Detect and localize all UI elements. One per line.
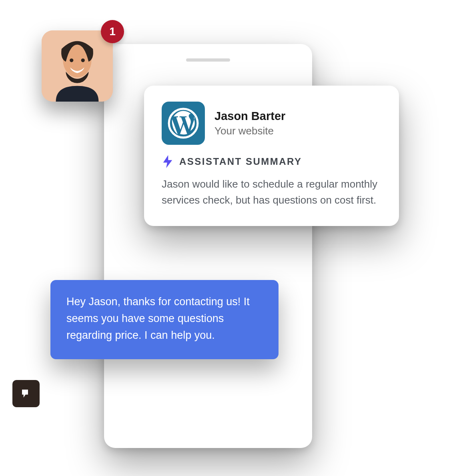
contact-name: Jason Barter: [214, 109, 285, 123]
avatar-image: [42, 30, 113, 102]
bolt-icon: [162, 154, 174, 169]
summary-text: Jason would like to schedule a regular m…: [162, 176, 381, 208]
assistant-summary-card[interactable]: Jason Barter Your website ASSISTANT SUMM…: [144, 86, 399, 226]
badge-count: 1: [109, 25, 116, 38]
svg-point-2: [70, 58, 73, 62]
svg-point-3: [81, 58, 85, 62]
summary-header: Jason Barter Your website: [162, 102, 381, 145]
brand-chip[interactable]: [12, 380, 40, 407]
contact-avatar[interactable]: [42, 30, 113, 102]
agent-reply-bubble[interactable]: Hey Jason, thanks for contacting us! It …: [50, 280, 279, 359]
wordpress-icon: [162, 102, 205, 145]
summary-label-row: ASSISTANT SUMMARY: [162, 154, 381, 169]
quote-icon: [20, 388, 32, 400]
summary-section-label: ASSISTANT SUMMARY: [179, 156, 302, 167]
contact-source: Your website: [214, 125, 285, 137]
contact-info: Jason Barter Your website: [214, 109, 285, 137]
notification-badge[interactable]: 1: [101, 20, 124, 43]
device-handle: [186, 58, 230, 62]
reply-text: Hey Jason, thanks for contacting us! It …: [66, 296, 250, 341]
